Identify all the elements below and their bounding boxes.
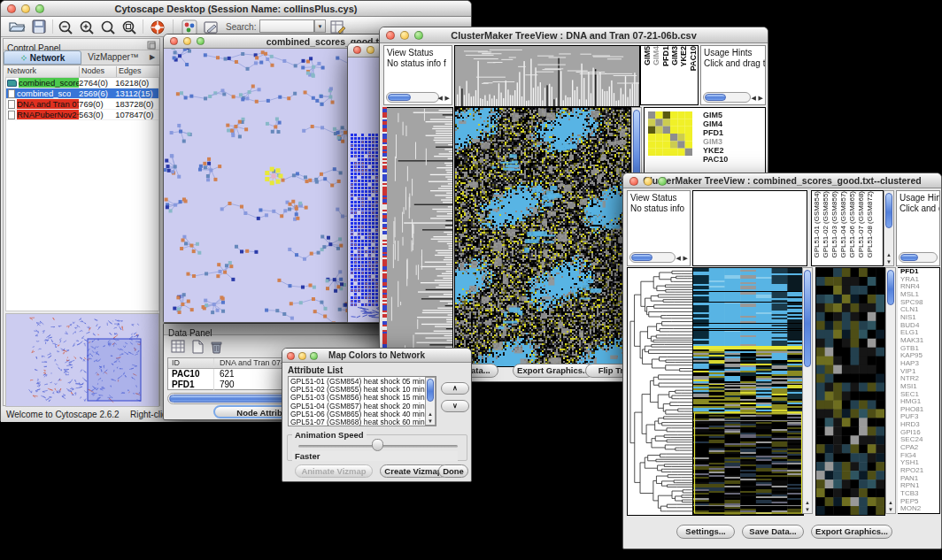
tv2-heatmap-vscrollbar[interactable]: ▲ ▼ xyxy=(802,267,813,514)
zoom-window-icon[interactable] xyxy=(197,37,205,45)
attr-col-id[interactable]: ID xyxy=(168,358,214,368)
tv1-column-dendrogram[interactable] xyxy=(454,45,640,107)
scroll-up-icon[interactable]: ▲ xyxy=(803,500,812,505)
treeview2-titlebar[interactable]: ClusterMaker TreeView : combined_scores_… xyxy=(623,173,941,188)
tv1-column-labels[interactable]: GIM5GIM4PFD1GIM3YKE2PAC10 xyxy=(640,45,699,105)
tv1-hints-hscrollbar[interactable] xyxy=(703,92,751,103)
zoom-selected-icon[interactable] xyxy=(121,19,137,35)
tv1-row-dendrogram[interactable] xyxy=(387,107,453,367)
new-attribute-icon[interactable] xyxy=(191,340,205,354)
attribute-table-icon[interactable] xyxy=(171,340,186,354)
close-icon[interactable] xyxy=(287,352,295,360)
gene-label[interactable]: MON2 xyxy=(900,505,939,513)
float-panel-icon[interactable] xyxy=(147,41,156,50)
zoom-fit-icon[interactable] xyxy=(100,19,116,35)
col-network[interactable]: Network xyxy=(5,66,80,77)
treeview2-window: ClusterMaker TreeView : combined_scores_… xyxy=(622,173,942,549)
treeview1-titlebar[interactable]: ClusterMaker TreeView : DNA and Tran 07-… xyxy=(380,27,768,43)
close-icon[interactable] xyxy=(7,4,16,13)
network-list-row[interactable]: combined_scores 2764(0) 16218(0) xyxy=(6,78,158,88)
scroll-right-icon[interactable]: ▶ xyxy=(683,255,688,262)
tv1-export-graphics-button[interactable]: Export Graphics... xyxy=(513,364,594,378)
scroll-down-icon[interactable]: ▼ xyxy=(803,507,812,512)
zoom-window-icon[interactable] xyxy=(35,4,44,13)
tv2-collabel-vscrollbar[interactable]: ▲ ▼ xyxy=(884,190,894,266)
scroll-down-icon[interactable]: ▼ xyxy=(886,507,895,512)
gene-label[interactable]: GIM4 xyxy=(703,119,728,128)
scroll-right-icon[interactable]: ▶ xyxy=(445,95,450,102)
zoom-window-icon[interactable] xyxy=(310,352,318,360)
scroll-down-icon[interactable]: ▼ xyxy=(884,259,893,265)
gene-label[interactable]: YKE2 xyxy=(703,146,728,155)
animate-vizmap-button[interactable]: Animate Vizmap xyxy=(295,464,373,478)
done-button[interactable]: Done xyxy=(438,464,468,478)
search-input[interactable] xyxy=(259,19,314,33)
tv2-hints-hscrollbar[interactable] xyxy=(899,252,938,263)
scroll-up-icon[interactable]: ▲ xyxy=(886,500,895,505)
scroll-left-icon[interactable]: ◀ xyxy=(752,95,756,102)
minimize-icon[interactable] xyxy=(298,352,306,360)
save-icon[interactable] xyxy=(31,19,49,35)
tv1-status-hscrollbar[interactable] xyxy=(386,92,439,103)
scroll-up-icon[interactable]: ▲ xyxy=(426,411,435,417)
tv2-gene-labels[interactable]: PFD1YRA1RNR4MSL1SPC98CLN1NIS1BUD4ELG1MAK… xyxy=(898,267,940,514)
network-overview-canvas[interactable] xyxy=(5,313,159,407)
create-vizmap-button[interactable]: Create Vizmap xyxy=(380,464,447,478)
tv2-detail-heatmap[interactable] xyxy=(815,267,885,516)
tv2-status-hscrollbar[interactable] xyxy=(629,252,676,263)
close-icon[interactable] xyxy=(629,177,638,186)
attribute-item[interactable]: GPL51-07 (GSM868) heat shock 60 min xyxy=(290,418,436,426)
tv2-detail-vscrollbar[interactable]: ▲ ▼ xyxy=(885,267,896,514)
minimize-icon[interactable] xyxy=(400,31,409,40)
delete-attribute-icon[interactable] xyxy=(210,340,223,354)
scroll-up-icon[interactable]: ▲ xyxy=(884,252,893,257)
close-icon[interactable] xyxy=(170,37,178,45)
tv2-save-data-button[interactable]: Save Data... xyxy=(742,525,804,539)
network-list-row[interactable]: combined_sco 2569(6) 13112(15) xyxy=(6,88,158,99)
search-dropdown-icon[interactable]: ▼ xyxy=(314,19,326,33)
scroll-down-icon[interactable]: ▼ xyxy=(426,418,435,424)
scroll-right-icon[interactable]: ▶ xyxy=(759,95,763,102)
zoom-window-icon[interactable] xyxy=(414,31,423,40)
close-icon[interactable] xyxy=(353,46,361,54)
open-file-icon[interactable] xyxy=(8,19,26,35)
tv2-row-dendrogram[interactable] xyxy=(627,267,694,516)
col-edges[interactable]: Edges xyxy=(117,66,159,77)
gene-label[interactable]: GIM3 xyxy=(703,137,728,146)
zoom-out-icon[interactable] xyxy=(58,19,73,35)
tab-overflow-icon[interactable]: ▶ xyxy=(145,50,159,65)
scroll-left-icon[interactable]: ◀ xyxy=(676,255,681,262)
gene-label[interactable]: PFD1 xyxy=(703,128,728,137)
scroll-left-icon[interactable]: ◀ xyxy=(438,95,443,102)
gene-label[interactable]: GIM5 xyxy=(703,111,728,119)
minimize-icon[interactable] xyxy=(367,46,374,54)
tv1-correlation-matrix[interactable] xyxy=(648,111,692,156)
gene-label[interactable]: PAC10 xyxy=(703,155,728,164)
minimize-icon[interactable] xyxy=(183,37,191,45)
attribute-list-vscrollbar[interactable]: ▲ ▼ xyxy=(425,377,436,426)
tv2-column-labels[interactable]: GPL51-01 (GSM854)GPL51-02 (GSM855)GPL51-… xyxy=(811,190,884,266)
main-titlebar[interactable]: Cytoscape Desktop (Session Name: collins… xyxy=(1,1,471,17)
tv2-column-dendrogram[interactable] xyxy=(692,190,807,266)
tv2-settings-button[interactable]: Settings... xyxy=(676,525,735,539)
tv2-heatmap[interactable] xyxy=(692,267,804,516)
minimize-icon[interactable] xyxy=(644,177,652,186)
col-nodes[interactable]: Nodes xyxy=(80,66,117,77)
dialog-titlebar[interactable]: Map Colors to Network xyxy=(282,349,471,363)
zoom-in-icon[interactable] xyxy=(79,19,95,35)
network-list-row[interactable]: DNA and Tran 07 769(0) 183728(0) xyxy=(6,99,158,110)
attribute-listbox[interactable]: GPL51-01 (GSM854) heat shock 05 minGPL51… xyxy=(288,376,436,426)
tv2-export-graphics-button[interactable]: Export Graphics... xyxy=(811,525,892,539)
tab-vizmapper[interactable]: VizMapper™ xyxy=(81,50,145,65)
move-down-button[interactable]: ∨ xyxy=(441,400,469,412)
move-up-button[interactable]: ∧ xyxy=(441,382,469,395)
zoom-window-icon[interactable] xyxy=(658,177,667,186)
tv1-heatmap[interactable] xyxy=(454,107,631,367)
minimize-icon[interactable] xyxy=(21,4,30,13)
tv1-gene-labels[interactable]: GIM5GIM4PFD1GIM3YKE2PAC10 xyxy=(703,111,728,164)
tab-network[interactable]: ⁘ Network xyxy=(4,50,81,65)
close-icon[interactable] xyxy=(386,31,395,40)
speed-slider-thumb[interactable] xyxy=(372,439,383,451)
network-list-row[interactable]: RNAPuberNov2+ 563(0) 107847(0) xyxy=(6,110,158,120)
help-lifering-icon[interactable] xyxy=(150,19,166,35)
